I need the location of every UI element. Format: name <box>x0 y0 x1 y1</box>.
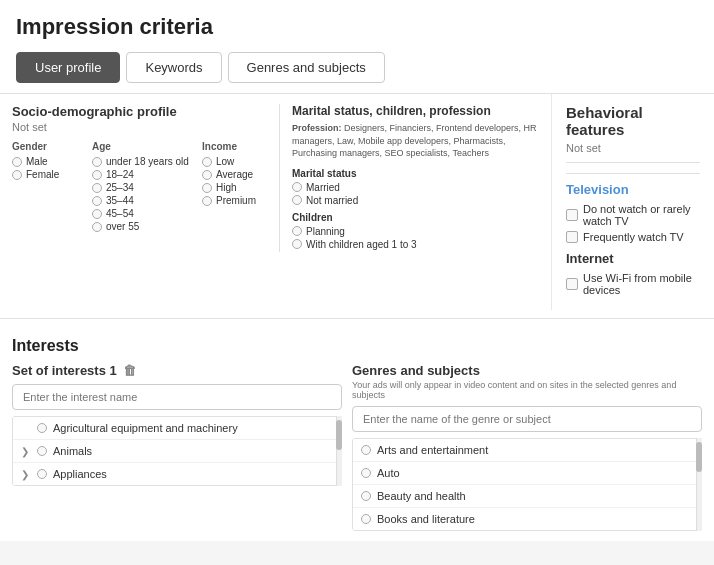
children-planning: Planning <box>292 226 539 237</box>
radio-planning[interactable] <box>292 226 302 236</box>
socio-title: Socio-demographic profile <box>12 104 267 119</box>
list-item: Books and literature <box>353 508 701 530</box>
gender-female: Female <box>12 169 82 180</box>
socio-not-set: Not set <box>12 121 267 133</box>
children-aged1to3: With children aged 1 to 3 <box>292 239 539 250</box>
page-title: Impression criteria <box>16 14 698 40</box>
checkbox-agri[interactable] <box>37 423 47 433</box>
behavioral-title: Behavioral features <box>566 104 700 138</box>
income-premium: Premium <box>202 195 267 206</box>
interest-list: Agricultural equipment and machinery ❯ A… <box>12 416 342 486</box>
trash-icon[interactable]: 🗑 <box>123 363 136 378</box>
list-item: ❯ Animals <box>13 440 341 463</box>
profession-text: Profession: Designers, Financiers, Front… <box>292 122 539 160</box>
genre-search-input[interactable] <box>352 406 702 432</box>
interest-search-input[interactable] <box>12 384 342 410</box>
radio-premium[interactable] <box>202 196 212 206</box>
list-item: Auto <box>353 462 701 485</box>
radio-over55[interactable] <box>92 222 102 232</box>
checkbox-auto[interactable] <box>361 468 371 478</box>
age-col: Age under 18 years old 18–24 <box>92 141 192 234</box>
gender-male: Male <box>12 156 82 167</box>
genre-list: Arts and entertainment Auto Beauty and h… <box>352 438 702 531</box>
tab-keywords[interactable]: Keywords <box>126 52 221 83</box>
behavioral-not-set: Not set <box>566 142 700 163</box>
income-low: Low <box>202 156 267 167</box>
marital-status-label: Marital status <box>292 168 539 179</box>
marital-not-married: Not married <box>292 195 539 206</box>
tabs: User profile Keywords Genres and subject… <box>16 52 698 83</box>
age-label: Age <box>92 141 192 152</box>
radio-male[interactable] <box>12 157 22 167</box>
radio-25-34[interactable] <box>92 183 102 193</box>
radio-under18[interactable] <box>92 157 102 167</box>
genre-list-wrapper: Arts and entertainment Auto Beauty and h… <box>352 438 702 531</box>
expand-arrow-3[interactable]: ❯ <box>21 469 31 480</box>
interests-left: Set of interests 1 🗑 Agricultural equipm… <box>12 363 342 531</box>
radio-average[interactable] <box>202 170 212 180</box>
age-over55: over 55 <box>92 221 192 232</box>
checkbox-arts[interactable] <box>361 445 371 455</box>
internet-title: Internet <box>566 251 700 266</box>
socio-section: Socio-demographic profile Not set Gender… <box>12 104 275 252</box>
main-separator <box>0 318 714 319</box>
tab-user-profile[interactable]: User profile <box>16 52 120 83</box>
interests-section: Interests Set of interests 1 🗑 Agricultu… <box>0 327 714 541</box>
page-container: Impression criteria User profile Keyword… <box>0 0 714 541</box>
marital-title: Marital status, children, profession <box>292 104 539 118</box>
age-45-54: 45–54 <box>92 208 192 219</box>
interests-bottom: Set of interests 1 🗑 Agricultural equipm… <box>12 363 702 531</box>
checkbox-beauty[interactable] <box>361 491 371 501</box>
list-item: Agricultural equipment and machinery <box>13 417 341 440</box>
gender-label: Gender <box>12 141 82 152</box>
checkbox-wifi[interactable] <box>566 278 578 290</box>
genres-title: Genres and subjects <box>352 363 702 378</box>
right-panel: Behavioral features Not set Television D… <box>552 94 714 310</box>
checkbox-appliances[interactable] <box>37 469 47 479</box>
genre-scrollbar[interactable] <box>696 438 702 531</box>
tab-genres-subjects[interactable]: Genres and subjects <box>228 52 385 83</box>
radio-18-24[interactable] <box>92 170 102 180</box>
age-18-24: 18–24 <box>92 169 192 180</box>
age-under18: under 18 years old <box>92 156 192 167</box>
marital-section: Marital status, children, profession Pro… <box>279 104 539 252</box>
income-col: Income Low Average High <box>202 141 267 234</box>
tv-option-2: Frequently watch TV <box>566 231 700 243</box>
radio-female[interactable] <box>12 170 22 180</box>
radio-45-54[interactable] <box>92 209 102 219</box>
interest-scrollbar[interactable] <box>336 416 342 486</box>
genres-subtitle: Your ads will only appear in video conte… <box>352 380 702 400</box>
marital-married: Married <box>292 182 539 193</box>
radio-low[interactable] <box>202 157 212 167</box>
genre-scrollbar-thumb <box>696 442 702 472</box>
income-label: Income <box>202 141 267 152</box>
interest-list-wrapper: Agricultural equipment and machinery ❯ A… <box>12 416 342 486</box>
left-panel: Socio-demographic profile Not set Gender… <box>0 94 552 310</box>
header: Impression criteria User profile Keyword… <box>0 0 714 94</box>
expand-arrow-2[interactable]: ❯ <box>21 446 31 457</box>
radio-high[interactable] <box>202 183 212 193</box>
income-high: High <box>202 182 267 193</box>
divider1 <box>566 173 700 174</box>
radio-35-44[interactable] <box>92 196 102 206</box>
children-label: Children <box>292 212 539 223</box>
checkbox-animals[interactable] <box>37 446 47 456</box>
radio-married[interactable] <box>292 182 302 192</box>
checkbox-freq-tv[interactable] <box>566 231 578 243</box>
list-item: Arts and entertainment <box>353 439 701 462</box>
marital-status-block: Marital status Married Not married <box>292 168 539 206</box>
profession-label: Profession: <box>292 123 342 133</box>
list-item: Beauty and health <box>353 485 701 508</box>
main-content: Socio-demographic profile Not set Gender… <box>0 94 714 310</box>
radio-not-married[interactable] <box>292 195 302 205</box>
television-title: Television <box>566 182 700 197</box>
radio-aged1to3[interactable] <box>292 239 302 249</box>
checkbox-books[interactable] <box>361 514 371 524</box>
list-item: ❯ Appliances <box>13 463 341 485</box>
age-35-44: 35–44 <box>92 195 192 206</box>
demographics-row: Gender Male Female Ag <box>12 141 267 234</box>
interest-scrollbar-thumb <box>336 420 342 450</box>
checkbox-no-tv[interactable] <box>566 209 578 221</box>
interests-title: Interests <box>12 337 702 355</box>
internet-option-1: Use Wi-Fi from mobile devices <box>566 272 700 296</box>
